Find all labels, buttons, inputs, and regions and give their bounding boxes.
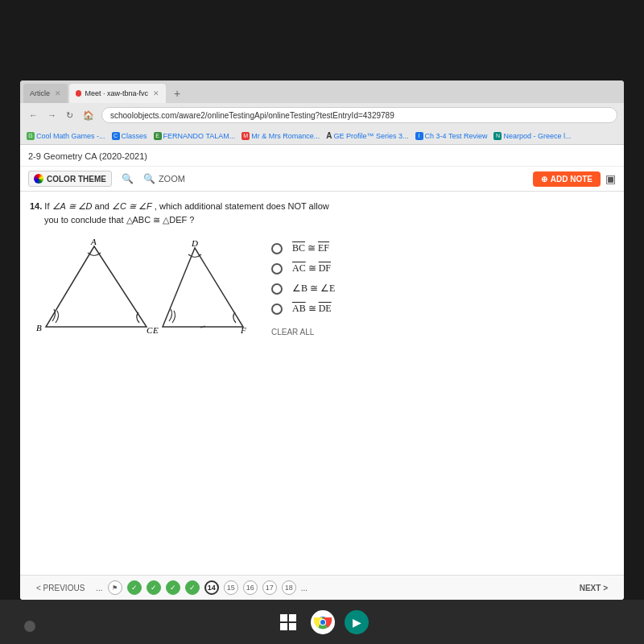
svg-point-15 — [320, 620, 325, 625]
coolmath-icon: G — [27, 132, 35, 140]
page-num-16[interactable]: 16 — [243, 580, 258, 595]
ch34-icon: I — [415, 132, 423, 140]
question-number: 14. — [30, 201, 44, 211]
next-button[interactable]: NEXT > — [573, 581, 614, 595]
question-body: If ∠A ≅ ∠D and ∠C ≅ ∠F , which additiona… — [44, 201, 328, 211]
answer-text-b: AC ≅ DF — [292, 262, 331, 275]
flag-icon: ⚑ — [112, 584, 118, 592]
answer-b-overline: AC — [292, 262, 306, 274]
answer-b-overline2: DF — [319, 262, 331, 274]
toolbar-extra-icon[interactable]: ▣ — [605, 172, 616, 185]
zoom-in-button[interactable]: 🔍 ZOOM — [143, 173, 185, 184]
tab-meet-close[interactable]: ✕ — [153, 89, 159, 97]
page-num-10[interactable]: ✓ — [127, 580, 142, 595]
content-row: A B C — [30, 234, 614, 350]
nearpod-icon: N — [493, 132, 502, 140]
svg-rect-12 — [289, 623, 296, 630]
question-area: 14. If ∠A ≅ ∠D and ∠C ≅ ∠F , which addit… — [20, 192, 624, 358]
bookmark-coolmath-label: Cool Math Games -... — [36, 132, 105, 140]
bookmark-classes[interactable]: C Classes — [112, 132, 147, 140]
page-num-9[interactable]: ⚑ — [108, 580, 122, 595]
zoom-in-icon: 🔍 — [143, 173, 155, 184]
back-button[interactable]: ← — [27, 109, 40, 121]
color-circle-icon — [34, 174, 43, 184]
answer-option-d[interactable]: AB ≅ DE — [271, 303, 614, 315]
answer-option-a[interactable]: BC ≅ EF — [271, 242, 614, 254]
answer-a-overline: BC — [292, 242, 305, 254]
answer-d-overline: AB — [292, 303, 306, 314]
address-input[interactable]: schoolobjects.com/aware2/onlineTestingAp… — [101, 107, 617, 123]
add-note-icon: ⊕ — [541, 175, 547, 184]
zoom-label: ZOOM — [159, 174, 185, 184]
fernando-icon: E — [154, 132, 162, 140]
page-body: 2-9 Geometry CA (2020-2021) COLOR THEME … — [20, 145, 624, 600]
page-num-14[interactable]: 14 — [204, 580, 219, 595]
bookmark-classes-label: Classes — [122, 132, 147, 140]
tab-meet-dot — [76, 90, 81, 97]
zoom-out-button[interactable]: 🔍 — [122, 173, 134, 184]
page-num-11[interactable]: ✓ — [147, 580, 161, 595]
svg-text:C: C — [147, 325, 153, 335]
forward-button[interactable]: → — [45, 109, 59, 121]
bookmark-coolmath[interactable]: G Cool Math Games -... — [27, 132, 105, 140]
taskbar-icon-play[interactable]: ▶ — [345, 610, 369, 634]
reload-button[interactable]: ↻ — [64, 109, 76, 122]
previous-button[interactable]: < PREVIOUS — [30, 581, 91, 595]
radio-a[interactable] — [271, 243, 283, 254]
svg-text:F: F — [240, 325, 246, 335]
browser-container: Article ✕ Meet · xaw-tbna-fvc ✕ + ← → ↻ … — [20, 80, 624, 600]
page-num-15[interactable]: 15 — [224, 580, 238, 595]
svg-text:A: A — [90, 237, 97, 246]
svg-text:B: B — [36, 323, 42, 332]
zoom-out-icon: 🔍 — [122, 173, 134, 184]
tab-article-label: Article — [30, 89, 50, 97]
bookmark-fernando[interactable]: E FERNANDO TALAM... — [154, 132, 236, 140]
page-num-13[interactable]: ✓ — [185, 580, 200, 595]
question-body-2: you to conclude that △ABC ≅ △DEF ? — [44, 215, 194, 225]
svg-marker-0 — [46, 246, 147, 327]
page-num-12[interactable]: ✓ — [166, 580, 180, 595]
page-num-17[interactable]: 17 — [262, 580, 277, 595]
bookmark-fernando-label: FERNANDO TALAM... — [163, 132, 236, 140]
radio-c[interactable] — [271, 283, 283, 295]
taskbar-icon-chrome[interactable] — [311, 610, 335, 634]
bookmark-mrsmrs[interactable]: M Mr & Mrs Romance... — [242, 132, 320, 140]
tab-article-close[interactable]: ✕ — [55, 89, 61, 97]
tab-article[interactable]: Article ✕ — [23, 84, 68, 103]
bottom-indicator — [24, 621, 35, 632]
tab-bar: Article ✕ Meet · xaw-tbna-fvc ✕ + — [20, 80, 624, 103]
bookmark-nearpod[interactable]: N Nearpod - Greece l... — [493, 132, 571, 140]
page-num-18[interactable]: 18 — [282, 580, 296, 595]
clear-all-button[interactable]: CLEAR ALL — [271, 328, 614, 336]
tab-meet[interactable]: Meet · xaw-tbna-fvc ✕ — [69, 84, 166, 103]
bookmark-ge[interactable]: A GE Profile™ Series 3... — [326, 131, 408, 140]
bookmarks-bar: G Cool Math Games -... C Classes E FERNA… — [20, 127, 624, 145]
answers-area: BC ≅ EF AC ≅ DF ∠B ≅ ∠E — [271, 234, 614, 336]
radio-b[interactable] — [271, 263, 283, 275]
bookmark-ge-label: GE Profile™ Series 3... — [333, 132, 408, 140]
classes-icon: C — [112, 132, 120, 140]
answer-text-d: AB ≅ DE — [292, 303, 332, 315]
tab-meet-label: Meet · xaw-tbna-fvc — [85, 89, 148, 97]
tab-new-btn[interactable]: + — [167, 85, 187, 101]
bookmark-ch34-label: Ch 3-4 Test Review — [425, 132, 488, 140]
screen-area: Article ✕ Meet · xaw-tbna-fvc ✕ + ← → ↻ … — [20, 80, 624, 600]
bottom-nav: < PREVIOUS ... ⚑ ✓ ✓ ✓ ✓ 14 15 16 17 18 … — [20, 575, 624, 600]
color-theme-button[interactable]: COLOR THEME — [28, 171, 112, 187]
bookmark-nearpod-label: Nearpod - Greece l... — [503, 132, 571, 140]
bookmark-ch34[interactable]: I Ch 3-4 Test Review — [415, 132, 488, 140]
answer-option-b[interactable]: AC ≅ DF — [271, 262, 614, 275]
question-text: 14. If ∠A ≅ ∠D and ∠C ≅ ∠F , which addit… — [30, 200, 614, 226]
svg-rect-11 — [280, 623, 287, 630]
radio-d[interactable] — [271, 303, 283, 315]
toolbar-left: COLOR THEME 🔍 🔍 ZOOM — [28, 171, 185, 187]
svg-text:D: D — [191, 238, 198, 248]
home-button[interactable]: 🏠 — [80, 109, 97, 122]
svg-text:E: E — [152, 325, 159, 335]
add-note-label: ADD NOTE — [551, 175, 592, 184]
add-note-button[interactable]: ⊕ ADD NOTE — [533, 171, 601, 187]
answer-text-a: BC ≅ EF — [292, 242, 329, 254]
taskbar-icon-windows[interactable] — [275, 609, 301, 635]
toolbar: COLOR THEME 🔍 🔍 ZOOM ⊕ ADD NOTE ▣ — [20, 167, 624, 192]
answer-option-c[interactable]: ∠B ≅ ∠E — [271, 283, 614, 295]
